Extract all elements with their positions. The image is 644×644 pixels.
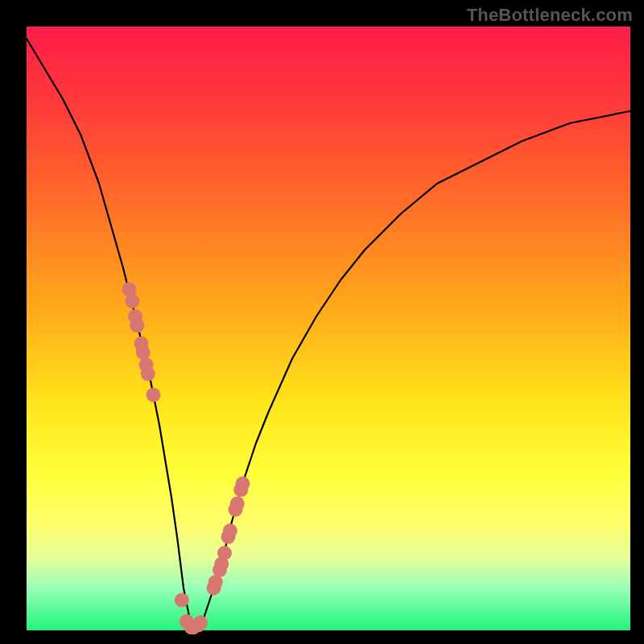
data-marker xyxy=(136,345,151,360)
marker-group xyxy=(122,282,250,634)
bottleneck-curve xyxy=(27,39,630,630)
data-marker xyxy=(125,294,139,308)
data-marker xyxy=(217,546,232,560)
plot-area xyxy=(27,27,630,630)
data-marker xyxy=(130,318,144,332)
data-marker xyxy=(230,497,245,511)
chart-svg xyxy=(27,27,630,630)
data-marker xyxy=(223,523,237,538)
data-marker xyxy=(147,388,161,402)
data-marker xyxy=(236,477,250,491)
data-marker xyxy=(193,615,208,630)
chart-frame: TheBottleneck.com xyxy=(0,0,644,644)
data-marker xyxy=(141,366,155,381)
watermark-text: TheBottleneck.com xyxy=(467,5,633,26)
data-marker xyxy=(175,593,189,608)
